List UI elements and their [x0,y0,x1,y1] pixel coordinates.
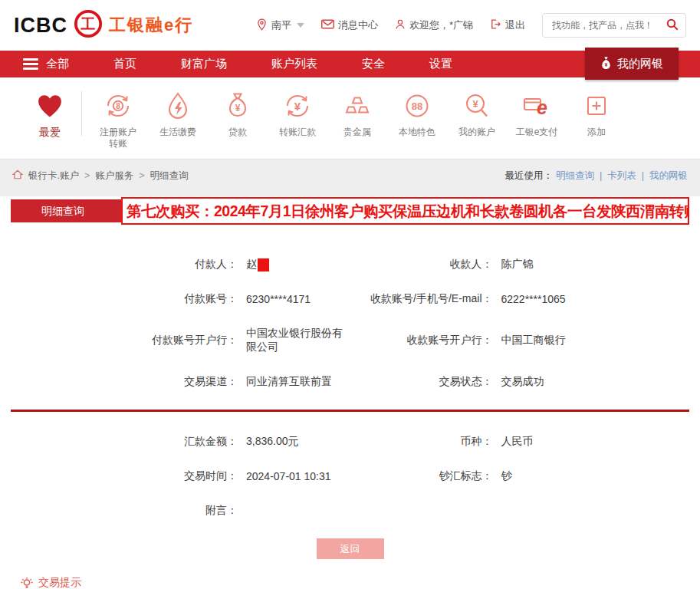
transaction-tips: 交易提示 1、您可以将查询结果下载，并保存到文本或电子表格文件中。 2、本功能只… [0,573,700,589]
add-icon [567,90,626,122]
chevron-down-icon [297,23,304,28]
quick-item-label: 转账汇款 [275,127,320,138]
payer-value: 赵 [246,258,257,271]
icbc-logo-text: ICBC [14,14,67,38]
payee-bank-value: 中国工商银行 [501,334,566,347]
svg-text:¥: ¥ [605,61,608,67]
cash-flag-label: 钞汇标志： [350,469,493,483]
recent-link-detail-query[interactable]: 明细查询 [556,169,594,183]
tab-detail-query[interactable]: 明细查询 [31,199,95,222]
quick-item-add[interactable]: 添加 [567,90,626,138]
breadcrumb-bar: 银行卡.账户 > 账户服务 > 明细查询 最近使用： 明细查询 | 卡列表 | … [0,160,700,192]
local-featured-icon: 88 [387,90,447,122]
breadcrumb-bank-card[interactable]: 银行卡.账户 [28,169,79,183]
nav-item-wealth-plaza[interactable]: 财富广场 [181,57,227,71]
icbc-logo-icon: 工 [74,9,103,41]
quick-item-label: 贷款 [215,127,260,138]
location-selector[interactable]: 南平 [256,18,304,33]
status-label: 交易状态： [350,375,493,389]
quick-item-precious-metal[interactable]: 贵金属 [327,90,387,138]
epay-card-icon: e [507,90,567,122]
quick-item-label: 贵金属 [335,127,380,138]
quick-item-local-featured[interactable]: 88 本地特色 [387,90,447,138]
tips-title: 交易提示 [38,576,81,589]
svg-text:8: 8 [116,102,120,110]
nav-item-all[interactable]: 全部 [23,56,69,72]
purchase-headline: 第七次购买：2024年7月1日徐州客户购买保温压边机和长款卷圆机各一台发陕西渭南… [123,201,689,222]
quick-item-label: 工银e支付 [514,127,559,138]
envelope-icon [321,19,334,31]
svg-text:¥: ¥ [294,100,301,113]
life-payment-icon [148,90,208,122]
divider [81,91,82,136]
recently-used-label: 最近使用： [505,169,554,183]
status-value: 交易成功 [501,375,544,389]
search-box[interactable] [542,13,686,38]
menu-icon [23,56,38,72]
bulb-icon [20,577,34,589]
quick-item-label: 我的账户 [455,127,499,138]
home-icon[interactable] [12,169,23,182]
quick-item-transfer-remit[interactable]: ¥ 转账汇款 [268,90,327,138]
amount-label: 汇款金额： [0,435,238,449]
link-separator: | [642,170,644,181]
payer-label: 付款人： [0,258,238,271]
payee-label: 收款人： [350,258,493,271]
currency-value: 人民币 [501,435,534,449]
quick-item-my-account[interactable]: ¥ 我的账户 [447,90,507,138]
payer-account-label: 付款账号： [0,292,238,306]
main-nav: 全部 首页 财富广场 账户列表 安全 设置 ¥ 我的网银 [0,51,700,77]
logout-link[interactable]: 退出 [490,18,525,32]
payer-bank-value: 中国农业银行股份有限公司 [246,327,350,354]
search-icon[interactable] [665,18,679,34]
logout-label: 退出 [505,18,525,32]
quick-access-row: 最爱 8 注册账户转账 生活缴费 ¥ 贷款 [0,77,700,160]
welcome-user[interactable]: 欢迎您，*广锦 [395,18,473,32]
recently-used: 最近使用： 明细查询 | 卡列表 | 我的网银 [505,169,688,183]
nav-item-home[interactable]: 首页 [113,57,136,71]
cash-flag-value: 钞 [501,469,512,483]
location-pin-icon [256,18,268,33]
nav-item-security[interactable]: 安全 [362,57,385,71]
quick-item-loan[interactable]: ¥ 贷款 [208,90,268,138]
breadcrumb-detail-query[interactable]: 明细查询 [150,169,189,183]
quick-item-label: 注册账户转账 [96,127,140,150]
recent-link-my-ebank[interactable]: 我的网银 [649,169,688,183]
memo-label: 附言： [0,504,238,518]
channel-value: 同业清算互联前置 [246,375,332,389]
welcome-label: 欢迎您，*广锦 [409,18,473,32]
favorites-label: 最爱 [20,127,80,138]
nav-item-account-list[interactable]: 账户列表 [271,57,317,71]
quick-item-label: 本地特色 [395,127,439,138]
my-ebank-button[interactable]: ¥ 我的网银 [585,48,679,80]
register-transfer-icon: 8 [88,90,148,122]
return-button[interactable]: 返回 [317,538,384,559]
message-center-link[interactable]: 消息中心 [321,18,378,32]
link-separator: | [600,170,602,181]
svg-text:88: 88 [412,100,422,112]
quick-item-life-payment[interactable]: 生活缴费 [148,90,208,138]
payee-account-value: 6222****1065 [501,293,566,305]
transfer-remit-icon: ¥ [268,90,327,122]
loan-bag-icon: ¥ [208,90,268,122]
payee-bank-label: 收款账号开户行： [350,334,493,347]
quick-item-icbc-epay[interactable]: e 工银e支付 [507,90,567,138]
breadcrumb-separator: > [139,170,144,181]
svg-text:¥: ¥ [235,103,241,114]
payer-bank-label: 付款账号开户行： [0,334,238,347]
amount-value: 3,836.00元 [246,435,299,449]
heart-icon [20,90,80,122]
breadcrumb-account-service[interactable]: 账户服务 [95,169,133,183]
currency-label: 币种： [350,435,493,449]
user-icon [395,18,406,32]
recent-link-card-list[interactable]: 卡列表 [607,169,636,183]
redaction-block [258,258,269,271]
brand-name: 工银融e行 [109,14,193,37]
search-input[interactable] [550,19,665,31]
breadcrumb-separator: > [84,170,90,181]
favorites-button[interactable]: 最爱 [20,90,80,138]
quick-item-register-transfer[interactable]: 8 注册账户转账 [88,90,148,150]
message-center-label: 消息中心 [338,18,378,32]
nav-item-settings[interactable]: 设置 [429,57,452,71]
quick-item-label: 添加 [574,127,619,138]
